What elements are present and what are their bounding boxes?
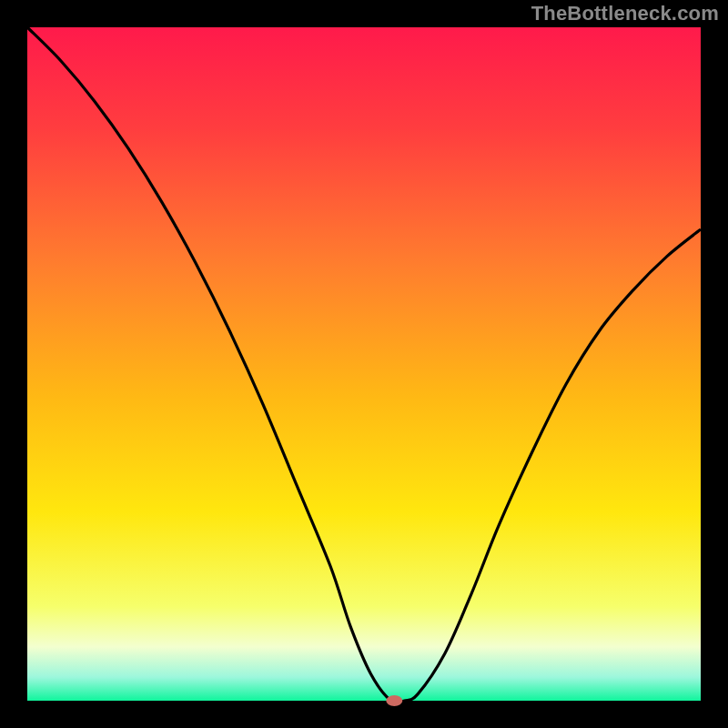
watermark-text: TheBottleneck.com <box>531 2 719 25</box>
optimal-point-marker <box>386 695 402 706</box>
bottleneck-chart <box>0 0 728 728</box>
chart-container: TheBottleneck.com <box>0 0 728 728</box>
plot-background <box>27 27 701 701</box>
